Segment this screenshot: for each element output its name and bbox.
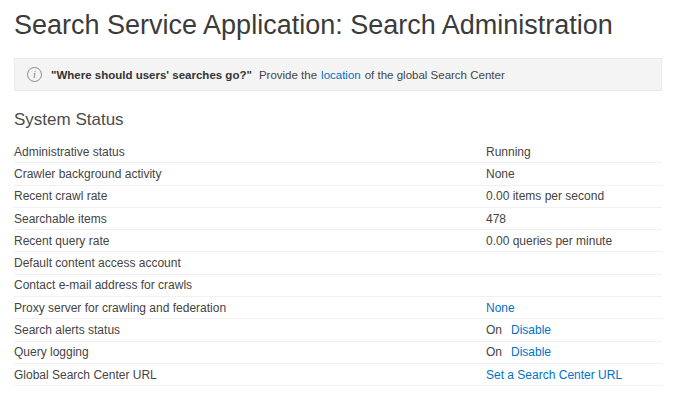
status-value-text: On — [486, 345, 502, 359]
status-table: Administrative statusRunningCrawler back… — [14, 141, 662, 386]
status-value-text: On — [486, 323, 502, 337]
location-link[interactable]: location — [321, 69, 361, 81]
status-row-label: Query logging — [14, 345, 486, 359]
status-row-label: Recent crawl rate — [14, 189, 486, 203]
status-row-label: Search alerts status — [14, 323, 486, 337]
table-row: Default content access account — [14, 252, 662, 274]
status-row-label: Recent query rate — [14, 234, 486, 248]
status-value-text: 0.00 items per second — [486, 189, 604, 203]
status-row-label: Crawler background activity — [14, 167, 486, 181]
status-row-value: Set a Search Center URL — [486, 368, 662, 382]
status-row-label: Global Search Center URL — [14, 368, 486, 382]
info-icon: i — [27, 67, 42, 82]
search-admin-page: Search Service Application: Search Admin… — [0, 0, 676, 386]
status-row-label: Default content access account — [14, 256, 486, 270]
status-row-value: OnDisable — [486, 345, 662, 359]
status-row-value: 0.00 items per second — [486, 189, 662, 203]
table-row: Recent query rate0.00 queries per minute — [14, 230, 662, 252]
table-row: Administrative statusRunning — [14, 141, 662, 163]
system-status-heading: System Status — [14, 110, 662, 130]
status-row-value: None — [486, 167, 662, 181]
banner-text-after-link: of the global Search Center — [365, 69, 505, 81]
status-value-text: None — [486, 167, 515, 181]
table-row: Query loggingOnDisable — [14, 342, 662, 364]
status-value-text: 0.00 queries per minute — [486, 234, 612, 248]
status-row-value: 0.00 queries per minute — [486, 234, 662, 248]
status-row-label: Administrative status — [14, 145, 486, 159]
table-row: Search alerts statusOnDisable — [14, 319, 662, 341]
status-value-link[interactable]: None — [486, 301, 515, 315]
status-row-value: Running — [486, 145, 662, 159]
table-row: Searchable items478 — [14, 208, 662, 230]
status-row-label: Contact e-mail address for crawls — [14, 278, 486, 292]
status-action-link[interactable]: Disable — [511, 323, 551, 337]
status-value-text: 478 — [486, 212, 506, 226]
table-row: Proxy server for crawling and federation… — [14, 297, 662, 319]
table-row: Contact e-mail address for crawls — [14, 275, 662, 297]
status-row-label: Searchable items — [14, 212, 486, 226]
table-row: Global Search Center URLSet a Search Cen… — [14, 364, 662, 386]
status-row-label: Proxy server for crawling and federation — [14, 301, 486, 315]
status-action-link[interactable]: Disable — [511, 345, 551, 359]
status-value-text: Running — [486, 145, 531, 159]
banner-text-before-link: Provide the — [259, 69, 317, 81]
status-row-value: 478 — [486, 212, 662, 226]
table-row: Crawler background activityNone — [14, 163, 662, 185]
banner-question: "Where should users' searches go?" — [51, 69, 252, 81]
info-banner: i "Where should users' searches go?" Pro… — [14, 58, 662, 91]
page-title: Search Service Application: Search Admin… — [14, 10, 662, 41]
table-row: Recent crawl rate0.00 items per second — [14, 186, 662, 208]
status-row-value: None — [486, 301, 662, 315]
status-row-value: OnDisable — [486, 323, 662, 337]
status-value-link[interactable]: Set a Search Center URL — [486, 368, 622, 382]
